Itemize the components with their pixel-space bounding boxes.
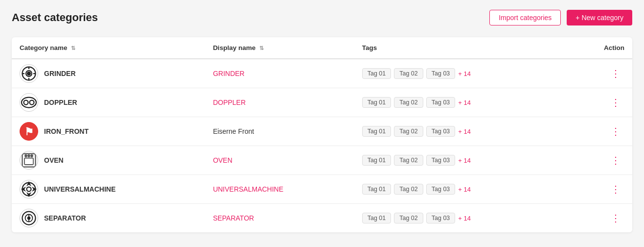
col-tags: Tags <box>354 37 570 59</box>
svg-point-21 <box>28 217 30 220</box>
category-name-text: OVEN <box>44 156 64 164</box>
display-name-text: DOPPLER <box>213 99 246 106</box>
category-name-cell-separator: SEPARATOR <box>12 204 205 233</box>
col-display-name-label: Display name <box>213 44 255 51</box>
col-category-name: Category name ⇅ <box>12 37 205 59</box>
tags-cell-doppler: Tag 01Tag 02Tag 03+ 14 <box>354 88 570 117</box>
table-row: GRINDER GRINDERTag 01Tag 02Tag 03+ 14⋮ <box>12 59 632 88</box>
display-name-text: OVEN <box>213 156 232 164</box>
oven-icon <box>20 151 38 170</box>
tags-more: + 14 <box>458 128 471 135</box>
tag-badge: Tag 03 <box>426 97 456 108</box>
action-cell-doppler: ⋮ <box>570 88 632 117</box>
separator-icon <box>20 209 38 227</box>
svg-point-16 <box>31 155 33 157</box>
col-action: Action <box>570 37 632 59</box>
svg-text:⚑: ⚑ <box>24 126 34 138</box>
tag-badge: Tag 02 <box>394 68 423 79</box>
table-row: SEPARATOR SEPARATORTag 01Tag 02Tag 03+ 1… <box>12 204 632 233</box>
category-name-wrapper: DOPPLER <box>20 93 197 112</box>
more-actions-button[interactable]: ⋮ <box>607 211 624 225</box>
tags-more: + 14 <box>458 70 471 77</box>
col-action-label: Action <box>604 44 624 51</box>
tags-wrapper: Tag 01Tag 02Tag 03+ 14 <box>362 155 562 166</box>
tag-badge: Tag 03 <box>426 213 456 223</box>
category-name-cell-grinder: GRINDER <box>12 59 205 88</box>
display-name-text: GRINDER <box>213 70 245 77</box>
category-name-wrapper: GRINDER <box>20 64 197 83</box>
table-body: GRINDER GRINDERTag 01Tag 02Tag 03+ 14⋮ D… <box>12 59 632 232</box>
tag-badge: Tag 01 <box>362 126 391 137</box>
display-name-text: UNIVERSALMACHINE <box>213 185 283 193</box>
doppler-icon <box>20 93 38 112</box>
action-cell-oven: ⋮ <box>570 146 632 175</box>
svg-point-6 <box>27 72 30 75</box>
display-name-cell-doppler: DOPPLER <box>205 88 354 117</box>
category-name-wrapper: ⚑ IRON_FRONT <box>20 122 197 141</box>
action-cell-iron_front: ⋮ <box>570 117 632 146</box>
page: Asset categories Import categories + New… <box>0 0 644 247</box>
more-actions-button[interactable]: ⋮ <box>607 153 624 167</box>
svg-rect-13 <box>24 158 33 165</box>
tag-badge: Tag 01 <box>362 97 391 108</box>
tags-more: + 14 <box>458 157 471 164</box>
svg-point-18 <box>27 187 31 192</box>
tags-more: + 14 <box>458 99 471 106</box>
tags-cell-universalmachine: Tag 01Tag 02Tag 03+ 14 <box>354 175 570 204</box>
more-actions-button[interactable]: ⋮ <box>607 67 624 80</box>
page-title: Asset categories <box>12 11 98 24</box>
tag-badge: Tag 02 <box>394 97 423 108</box>
tags-wrapper: Tag 01Tag 02Tag 03+ 14 <box>362 184 562 195</box>
action-cell-separator: ⋮ <box>570 204 632 233</box>
category-name-cell-universalmachine: UNIVERSALMACHINE <box>12 175 205 204</box>
col-display-name: Display name ⇅ <box>205 37 354 59</box>
category-name-cell-doppler: DOPPLER <box>12 88 205 117</box>
action-cell-grinder: ⋮ <box>570 59 632 88</box>
tags-wrapper: Tag 01Tag 02Tag 03+ 14 <box>362 213 562 223</box>
category-name-text: GRINDER <box>44 70 76 77</box>
category-name-text: UNIVERSALMACHINE <box>44 185 115 193</box>
display-name-text: SEPARATOR <box>213 214 254 222</box>
tags-cell-oven: Tag 01Tag 02Tag 03+ 14 <box>354 146 570 175</box>
table-row: UNIVERSALMACHINE UNIVERSALMACHINETag 01T… <box>12 175 632 204</box>
table-row: OVEN OVENTag 01Tag 02Tag 03+ 14⋮ <box>12 146 632 175</box>
header-actions: Import categories + New category <box>489 10 632 25</box>
category-name-text: IRON_FRONT <box>44 127 89 135</box>
more-actions-button[interactable]: ⋮ <box>607 96 624 109</box>
more-actions-button[interactable]: ⋮ <box>607 182 624 196</box>
svg-point-7 <box>24 100 28 105</box>
tags-cell-grinder: Tag 01Tag 02Tag 03+ 14 <box>354 59 570 88</box>
category-name-wrapper: OVEN <box>20 151 197 170</box>
tags-cell-iron_front: Tag 01Tag 02Tag 03+ 14 <box>354 117 570 146</box>
table-header-row: Category name ⇅ Display name ⇅ Tags Acti… <box>12 37 632 59</box>
grinder-icon <box>20 64 38 83</box>
universalmachine-icon <box>20 180 38 198</box>
col-tags-label: Tags <box>362 44 377 51</box>
import-categories-button[interactable]: Import categories <box>489 10 561 25</box>
tags-more: + 14 <box>458 215 471 222</box>
tag-badge: Tag 02 <box>394 126 423 137</box>
svg-point-15 <box>28 155 30 157</box>
category-name-wrapper: UNIVERSALMACHINE <box>20 180 197 198</box>
tags-cell-separator: Tag 01Tag 02Tag 03+ 14 <box>354 204 570 233</box>
tags-wrapper: Tag 01Tag 02Tag 03+ 14 <box>362 97 562 108</box>
category-name-wrapper: SEPARATOR <box>20 209 197 227</box>
category-name-cell-oven: OVEN <box>12 146 205 175</box>
display-name-cell-iron_front: Eiserne Front <box>205 117 354 146</box>
tag-badge: Tag 03 <box>426 155 456 166</box>
tag-badge: Tag 02 <box>394 213 423 223</box>
action-cell-universalmachine: ⋮ <box>570 175 632 204</box>
iron_front-icon: ⚑ <box>20 122 38 141</box>
tag-badge: Tag 02 <box>394 184 423 195</box>
sort-icon-category-name[interactable]: ⇅ <box>71 45 75 51</box>
categories-table-container: Category name ⇅ Display name ⇅ Tags Acti… <box>12 37 632 232</box>
display-name-text: Eiserne Front <box>213 127 254 135</box>
tag-badge: Tag 01 <box>362 184 391 195</box>
tag-badge: Tag 02 <box>394 155 423 166</box>
category-name-text: SEPARATOR <box>44 214 86 222</box>
more-actions-button[interactable]: ⋮ <box>607 124 624 138</box>
new-category-button[interactable]: + New category <box>567 10 632 25</box>
tag-badge: Tag 01 <box>362 68 391 79</box>
table-row: ⚑ IRON_FRONT Eiserne FrontTag 01Tag 02Ta… <box>12 117 632 146</box>
sort-icon-display-name[interactable]: ⇅ <box>259 45 264 51</box>
